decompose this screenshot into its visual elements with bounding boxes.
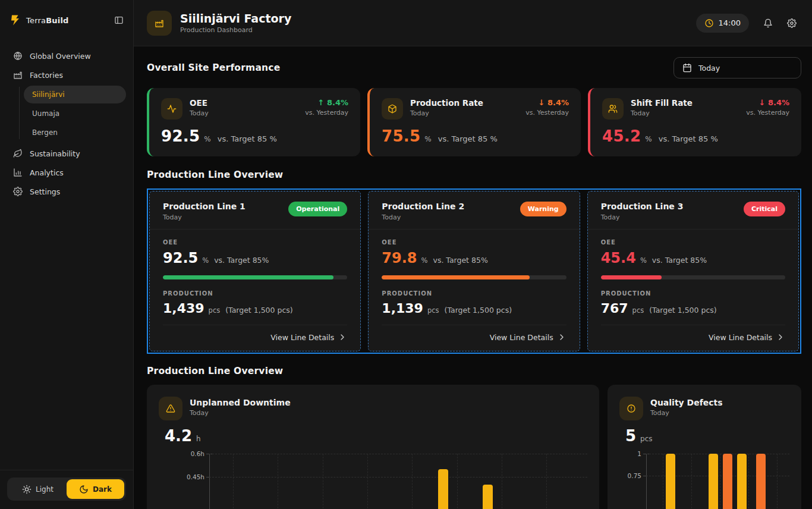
- y-axis: [646, 454, 647, 509]
- kpi-unit: %: [204, 135, 210, 143]
- oee-progress-track: [163, 275, 347, 279]
- sidebar-nav: Global Overview Factories Siilinjärvi Uu…: [0, 44, 133, 203]
- gridline: [412, 454, 413, 509]
- sidebar-item-global-overview[interactable]: Global Overview: [7, 46, 126, 65]
- production-label: PRODUCTION: [382, 290, 566, 297]
- notifications-bell-icon[interactable]: [763, 18, 773, 28]
- sidebar-item-settings[interactable]: Settings: [7, 182, 126, 201]
- line-subtitle: Today: [382, 213, 464, 221]
- date-range-button[interactable]: Today: [673, 57, 801, 78]
- gridline: [209, 454, 587, 454]
- oee-unit: %: [421, 256, 428, 265]
- terrabuild-logo-icon: [10, 14, 21, 26]
- line-overview-header-2: Production Line Overview: [147, 366, 801, 376]
- dark-label: Dark: [93, 485, 112, 494]
- date-range-label: Today: [698, 64, 720, 73]
- users-icon: [602, 98, 624, 120]
- chart-bar: [438, 469, 448, 509]
- gridline: [720, 454, 720, 509]
- bar-chart-icon: [13, 168, 23, 177]
- y-tick-label: 1: [637, 450, 641, 457]
- app-root: TerraBuild Global Overview Factories Sii…: [0, 0, 812, 509]
- production-value: 1,439: [163, 301, 204, 316]
- kpi-trend-label: vs. Yesterday: [746, 109, 789, 117]
- production-value: 1,139: [382, 301, 423, 316]
- clock-icon: [704, 18, 714, 28]
- oee-value: 79.8: [382, 250, 417, 266]
- view-line-details-label: View Line Details: [709, 333, 772, 342]
- kpi-value: 45.2: [602, 127, 641, 145]
- chevron-right-icon: [338, 332, 347, 342]
- downtime-value: 4.2: [165, 427, 192, 445]
- production-target: (Target 1,500 pcs): [649, 306, 716, 315]
- moon-icon: [79, 485, 89, 494]
- oee-target: vs. Target 85%: [433, 256, 487, 265]
- production-target: (Target 1,500 pcs): [225, 306, 292, 315]
- view-line-details-link[interactable]: View Line Details: [163, 325, 347, 351]
- quality-defects-card: Quality Defects Today 5 pcs 10.75: [608, 385, 801, 509]
- gridline: [367, 454, 368, 509]
- view-line-details-link[interactable]: View Line Details: [382, 325, 566, 351]
- warning-triangle-icon: [159, 397, 182, 420]
- nav-label: Settings: [30, 187, 60, 196]
- oee-label: OEE: [382, 239, 566, 246]
- factories-sublist: Siilinjärvi Uumaja Bergen: [19, 84, 126, 143]
- chart-bar: [756, 454, 766, 509]
- production-unit: pcs: [632, 306, 644, 315]
- oee-progress-fill: [163, 275, 333, 279]
- kpi-subtitle: Today: [631, 109, 693, 117]
- sidebar-item-sustainability[interactable]: Sustainability: [7, 144, 126, 163]
- kpi-row: OEE Today ↑ 8.4% vs. Yesterday 92.5 % vs…: [147, 88, 801, 156]
- brand-name: TerraBuild: [26, 16, 69, 25]
- kpi-trend-value: ↓ 8.4%: [746, 98, 789, 107]
- production-unit: pcs: [427, 306, 439, 315]
- main-area: Siilinjärvi Factory Production Dashboard…: [134, 0, 812, 509]
- kpi-card-oee: OEE Today ↑ 8.4% vs. Yesterday 92.5 % vs…: [147, 88, 360, 156]
- view-line-details-label: View Line Details: [270, 333, 334, 342]
- sidebar-item-uumaja[interactable]: Uumaja: [24, 105, 126, 122]
- sidebar-collapse-icon[interactable]: [114, 15, 124, 25]
- nav-label: Analytics: [30, 168, 64, 177]
- dark-theme-button[interactable]: Dark: [67, 479, 124, 499]
- light-theme-button[interactable]: Light: [9, 479, 67, 499]
- gridline: [457, 454, 458, 509]
- kpi-trend-value: ↑ 8.4%: [305, 98, 348, 107]
- kpi-trend-value: ↓ 8.4%: [525, 98, 569, 107]
- sidebar-item-bergen[interactable]: Bergen: [24, 124, 126, 142]
- sidebar: TerraBuild Global Overview Factories Sii…: [0, 0, 134, 509]
- factory-header-icon: [147, 11, 172, 36]
- line-title: Production Line 2: [382, 202, 464, 211]
- time-value: 14:00: [719, 18, 741, 27]
- oee-unit: %: [640, 256, 647, 265]
- view-line-details-link[interactable]: View Line Details: [601, 325, 785, 351]
- line-subtitle: Today: [163, 213, 246, 221]
- y-axis: [209, 454, 210, 509]
- settings-gear-icon[interactable]: [787, 18, 797, 28]
- kpi-card-shift-fill-rate: Shift Fill Rate Today ↓ 8.4% vs. Yesterd…: [588, 88, 801, 156]
- oee-value: 92.5: [163, 250, 198, 266]
- header-actions: 14:00: [696, 14, 797, 33]
- theme-toggle: Light Dark: [7, 477, 126, 501]
- kpi-target: vs. Target 85 %: [218, 134, 277, 143]
- logo-row: TerraBuild: [0, 0, 133, 44]
- oee-label: OEE: [163, 239, 347, 246]
- status-badge: Warning: [520, 202, 566, 216]
- gridline: [278, 454, 278, 509]
- gridline: [777, 454, 778, 509]
- line-card-2: Production Line 2 Today Warning OEE 79.8…: [368, 191, 580, 351]
- calendar-icon: [682, 63, 692, 73]
- oee-target: vs. Target 85%: [652, 256, 707, 265]
- oee-label: OEE: [601, 239, 785, 246]
- sidebar-item-siilinjarvi[interactable]: Siilinjärvi: [24, 86, 126, 103]
- factory-icon: [13, 70, 23, 80]
- sidebar-footer: Light Dark: [0, 470, 133, 509]
- gridline: [323, 454, 323, 509]
- kpi-target: vs. Target 85 %: [438, 134, 498, 143]
- line-card-1: Production Line 1 Today Operational OEE …: [149, 191, 361, 351]
- sidebar-item-factories[interactable]: Factories: [7, 65, 126, 84]
- status-badge: Operational: [288, 202, 347, 216]
- sidebar-item-analytics[interactable]: Analytics: [7, 163, 126, 182]
- line-title: Production Line 1: [163, 202, 246, 211]
- kpi-card-production-rate: Production Rate Today ↓ 8.4% vs. Yesterd…: [367, 88, 581, 156]
- kpi-title: Production Rate: [410, 98, 483, 108]
